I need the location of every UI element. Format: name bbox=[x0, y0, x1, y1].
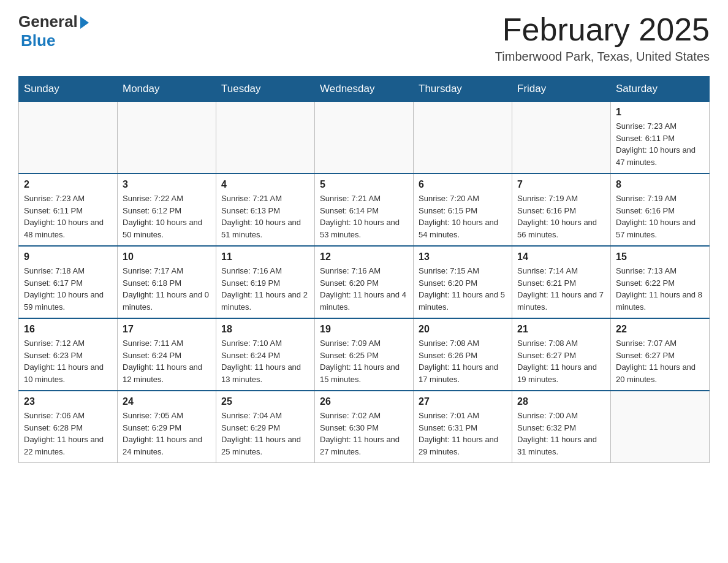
day-number: 27 bbox=[419, 396, 507, 407]
day-info: Sunrise: 7:16 AMSunset: 6:20 PMDaylight:… bbox=[320, 265, 408, 313]
day-number: 4 bbox=[221, 179, 309, 190]
day-number: 2 bbox=[24, 179, 112, 190]
calendar-cell: 11Sunrise: 7:16 AMSunset: 6:19 PMDayligh… bbox=[216, 246, 315, 318]
calendar-cell: 10Sunrise: 7:17 AMSunset: 6:18 PMDayligh… bbox=[118, 246, 216, 318]
calendar-cell: 5Sunrise: 7:21 AMSunset: 6:14 PMDaylight… bbox=[315, 174, 414, 246]
logo-general-text: General bbox=[18, 12, 78, 31]
calendar-table: SundayMondayTuesdayWednesdayThursdayFrid… bbox=[18, 76, 710, 463]
day-number: 3 bbox=[123, 179, 211, 190]
day-info: Sunrise: 7:22 AMSunset: 6:12 PMDaylight:… bbox=[123, 193, 211, 240]
month-title: February 2025 bbox=[495, 12, 710, 47]
day-number: 24 bbox=[123, 396, 211, 407]
calendar-cell: 26Sunrise: 7:02 AMSunset: 6:30 PMDayligh… bbox=[315, 391, 414, 463]
logo: General Blue bbox=[18, 12, 89, 50]
calendar-cell: 18Sunrise: 7:10 AMSunset: 6:24 PMDayligh… bbox=[216, 318, 315, 391]
day-info: Sunrise: 7:21 AMSunset: 6:14 PMDaylight:… bbox=[320, 193, 408, 240]
day-info: Sunrise: 7:08 AMSunset: 6:26 PMDaylight:… bbox=[419, 337, 507, 385]
day-number: 21 bbox=[517, 324, 605, 335]
weekday-header-friday: Friday bbox=[512, 77, 611, 102]
location-text: Timberwood Park, Texas, United States bbox=[495, 50, 710, 64]
calendar-cell: 28Sunrise: 7:00 AMSunset: 6:32 PMDayligh… bbox=[512, 391, 611, 463]
day-info: Sunrise: 7:13 AMSunset: 6:22 PMDaylight:… bbox=[616, 265, 704, 313]
calendar-cell: 22Sunrise: 7:07 AMSunset: 6:27 PMDayligh… bbox=[611, 318, 710, 391]
day-number: 18 bbox=[221, 324, 309, 335]
calendar-cell: 3Sunrise: 7:22 AMSunset: 6:12 PMDaylight… bbox=[118, 174, 216, 246]
day-info: Sunrise: 7:10 AMSunset: 6:24 PMDaylight:… bbox=[221, 337, 309, 385]
day-info: Sunrise: 7:19 AMSunset: 6:16 PMDaylight:… bbox=[517, 193, 605, 240]
weekday-header-saturday: Saturday bbox=[611, 77, 710, 102]
calendar-cell: 25Sunrise: 7:04 AMSunset: 6:29 PMDayligh… bbox=[216, 391, 315, 463]
day-info: Sunrise: 7:04 AMSunset: 6:29 PMDaylight:… bbox=[221, 410, 309, 458]
day-number: 28 bbox=[517, 396, 605, 407]
calendar-cell bbox=[315, 102, 414, 174]
day-info: Sunrise: 7:09 AMSunset: 6:25 PMDaylight:… bbox=[320, 337, 408, 385]
calendar-cell: 4Sunrise: 7:21 AMSunset: 6:13 PMDaylight… bbox=[216, 174, 315, 246]
day-info: Sunrise: 7:14 AMSunset: 6:21 PMDaylight:… bbox=[517, 265, 605, 313]
calendar-cell: 6Sunrise: 7:20 AMSunset: 6:15 PMDaylight… bbox=[414, 174, 512, 246]
calendar-cell bbox=[512, 102, 611, 174]
weekday-header-row: SundayMondayTuesdayWednesdayThursdayFrid… bbox=[19, 77, 710, 102]
calendar-week-row: 1Sunrise: 7:23 AMSunset: 6:11 PMDaylight… bbox=[19, 102, 710, 174]
day-number: 7 bbox=[517, 179, 605, 190]
day-number: 5 bbox=[320, 179, 408, 190]
calendar-cell bbox=[611, 391, 710, 463]
calendar-cell: 24Sunrise: 7:05 AMSunset: 6:29 PMDayligh… bbox=[118, 391, 216, 463]
calendar-cell: 17Sunrise: 7:11 AMSunset: 6:24 PMDayligh… bbox=[118, 318, 216, 391]
weekday-header-thursday: Thursday bbox=[414, 77, 512, 102]
day-info: Sunrise: 7:07 AMSunset: 6:27 PMDaylight:… bbox=[616, 337, 704, 385]
day-info: Sunrise: 7:17 AMSunset: 6:18 PMDaylight:… bbox=[123, 265, 211, 313]
day-info: Sunrise: 7:01 AMSunset: 6:31 PMDaylight:… bbox=[419, 410, 507, 458]
calendar-cell: 23Sunrise: 7:06 AMSunset: 6:28 PMDayligh… bbox=[19, 391, 118, 463]
day-info: Sunrise: 7:18 AMSunset: 6:17 PMDaylight:… bbox=[24, 265, 112, 313]
calendar-cell: 14Sunrise: 7:14 AMSunset: 6:21 PMDayligh… bbox=[512, 246, 611, 318]
calendar-cell: 2Sunrise: 7:23 AMSunset: 6:11 PMDaylight… bbox=[19, 174, 118, 246]
day-info: Sunrise: 7:15 AMSunset: 6:20 PMDaylight:… bbox=[419, 265, 507, 313]
calendar-week-row: 16Sunrise: 7:12 AMSunset: 6:23 PMDayligh… bbox=[19, 318, 710, 391]
day-number: 20 bbox=[419, 324, 507, 335]
day-number: 10 bbox=[123, 251, 211, 262]
day-info: Sunrise: 7:19 AMSunset: 6:16 PMDaylight:… bbox=[616, 193, 704, 240]
calendar-week-row: 9Sunrise: 7:18 AMSunset: 6:17 PMDaylight… bbox=[19, 246, 710, 318]
calendar-cell bbox=[118, 102, 216, 174]
calendar-cell: 9Sunrise: 7:18 AMSunset: 6:17 PMDaylight… bbox=[19, 246, 118, 318]
day-number: 8 bbox=[616, 179, 704, 190]
title-section: February 2025 Timberwood Park, Texas, Un… bbox=[495, 12, 710, 64]
day-info: Sunrise: 7:11 AMSunset: 6:24 PMDaylight:… bbox=[123, 337, 211, 385]
day-info: Sunrise: 7:20 AMSunset: 6:15 PMDaylight:… bbox=[419, 193, 507, 240]
calendar-cell: 21Sunrise: 7:08 AMSunset: 6:27 PMDayligh… bbox=[512, 318, 611, 391]
logo-blue-text: Blue bbox=[21, 31, 55, 50]
day-number: 14 bbox=[517, 251, 605, 262]
day-info: Sunrise: 7:23 AMSunset: 6:11 PMDaylight:… bbox=[616, 120, 704, 168]
day-info: Sunrise: 7:00 AMSunset: 6:32 PMDaylight:… bbox=[517, 410, 605, 458]
calendar-cell bbox=[216, 102, 315, 174]
day-number: 26 bbox=[320, 396, 408, 407]
day-info: Sunrise: 7:12 AMSunset: 6:23 PMDaylight:… bbox=[24, 337, 112, 385]
day-number: 23 bbox=[24, 396, 112, 407]
calendar-cell bbox=[19, 102, 118, 174]
calendar-cell: 20Sunrise: 7:08 AMSunset: 6:26 PMDayligh… bbox=[414, 318, 512, 391]
day-number: 16 bbox=[24, 324, 112, 335]
calendar-cell bbox=[414, 102, 512, 174]
day-info: Sunrise: 7:21 AMSunset: 6:13 PMDaylight:… bbox=[221, 193, 309, 240]
day-number: 15 bbox=[616, 251, 704, 262]
weekday-header-monday: Monday bbox=[118, 77, 216, 102]
day-info: Sunrise: 7:23 AMSunset: 6:11 PMDaylight:… bbox=[24, 193, 112, 240]
day-info: Sunrise: 7:05 AMSunset: 6:29 PMDaylight:… bbox=[123, 410, 211, 458]
calendar-cell: 12Sunrise: 7:16 AMSunset: 6:20 PMDayligh… bbox=[315, 246, 414, 318]
calendar-cell: 1Sunrise: 7:23 AMSunset: 6:11 PMDaylight… bbox=[611, 102, 710, 174]
calendar-cell: 19Sunrise: 7:09 AMSunset: 6:25 PMDayligh… bbox=[315, 318, 414, 391]
calendar-cell: 16Sunrise: 7:12 AMSunset: 6:23 PMDayligh… bbox=[19, 318, 118, 391]
day-number: 17 bbox=[123, 324, 211, 335]
weekday-header-tuesday: Tuesday bbox=[216, 77, 315, 102]
day-number: 12 bbox=[320, 251, 408, 262]
day-number: 25 bbox=[221, 396, 309, 407]
day-info: Sunrise: 7:06 AMSunset: 6:28 PMDaylight:… bbox=[24, 410, 112, 458]
day-number: 6 bbox=[419, 179, 507, 190]
day-number: 22 bbox=[616, 324, 704, 335]
day-number: 11 bbox=[221, 251, 309, 262]
day-info: Sunrise: 7:08 AMSunset: 6:27 PMDaylight:… bbox=[517, 337, 605, 385]
calendar-cell: 13Sunrise: 7:15 AMSunset: 6:20 PMDayligh… bbox=[414, 246, 512, 318]
calendar-week-row: 23Sunrise: 7:06 AMSunset: 6:28 PMDayligh… bbox=[19, 391, 710, 463]
calendar-cell: 27Sunrise: 7:01 AMSunset: 6:31 PMDayligh… bbox=[414, 391, 512, 463]
day-number: 1 bbox=[616, 107, 704, 118]
